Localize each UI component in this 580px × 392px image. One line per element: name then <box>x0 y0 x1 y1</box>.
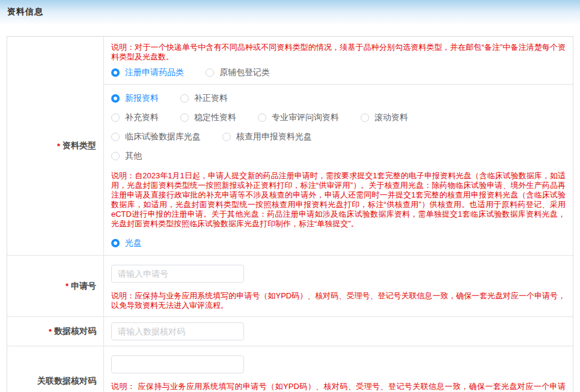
material-category-note: 说明：对于一个快递单号中含有不同品种或不同资料类型的情况，须基于品种分别勾选资料… <box>111 43 566 62</box>
required-asterisk: * <box>57 142 60 151</box>
material-category-section: 说明：对于一个快递单号中含有不同品种或不同资料类型的情况，须基于品种分别勾选资料… <box>104 37 573 85</box>
required-asterisk: * <box>49 327 52 336</box>
radio-supplementary-material[interactable]: 补充资料 <box>111 112 159 123</box>
page-title: 资料信息 <box>7 7 573 17</box>
radio-checked-icon <box>111 239 120 247</box>
data-check-code-input[interactable] <box>111 322 244 340</box>
application-no-note: 说明：应保持与业务应用系统填写的申请号（如YPD码）、核对码、受理号、登记号关联… <box>111 291 566 310</box>
related-data-check-code-label: 关联数据核对码 <box>37 376 96 387</box>
radio-unchecked-icon <box>206 68 214 77</box>
page-header: 资料信息 <box>0 0 580 28</box>
radio-verification-material-disc[interactable]: 核查用申报资料光盘 <box>222 131 312 142</box>
material-type-note: 说明：自2023年1月1日起，申请人提交新的药品注册申请时，需按要求提交1套完整… <box>111 171 566 229</box>
radio-unchecked-icon <box>361 113 369 122</box>
radio-label: 补正资料 <box>194 93 228 104</box>
radio-unchecked-icon <box>180 113 189 122</box>
data-check-code-label-cell: * 数据核对码 <box>7 317 104 346</box>
radio-rolling-material[interactable]: 滚动资料 <box>361 112 408 123</box>
radio-stability-material[interactable]: 稳定性资料 <box>180 112 236 123</box>
row-material-type: * 资料类型 说明：对于一个快递单号中含有不同品种或不同资料类型的情况，须基于品… <box>7 37 573 256</box>
material-type-label-cell: * 资料类型 <box>7 37 104 255</box>
radio-label: 新报资料 <box>125 93 159 104</box>
radio-label: 原辅包登记类 <box>219 67 270 78</box>
radio-registration-drug[interactable]: 注册申请药品类 <box>111 67 184 78</box>
radio-disc[interactable]: 光盘 <box>111 238 142 249</box>
related-data-check-code-input[interactable] <box>111 355 244 373</box>
radio-label: 稳定性资料 <box>194 112 236 123</box>
material-type-radio-line-2: 补充资料 稳定性资料 专业审评问询资料 滚动资料 <box>111 108 566 127</box>
radio-label: 补充资料 <box>125 112 159 123</box>
media-radio-group: 光盘 <box>111 236 566 250</box>
application-no-label: 申请号 <box>71 281 96 292</box>
material-type-radio-line-4: 其他 <box>111 146 566 166</box>
material-type-label: 资料类型 <box>63 140 96 151</box>
radio-label: 注册申请药品类 <box>125 67 184 78</box>
required-asterisk: * <box>66 282 69 291</box>
related-data-check-code-content-cell: 说明： 应保持与业务应用系统填写的申请号（如YPD码）、核对码、受理号、登记号关… <box>104 346 573 392</box>
radio-unchecked-icon <box>111 133 120 141</box>
radio-checked-icon <box>111 68 120 77</box>
radio-checked-icon <box>111 94 120 103</box>
radio-unchecked-icon <box>180 94 189 103</box>
radio-label: 专业审评问询资料 <box>272 112 339 123</box>
material-info-form: * 资料类型 说明：对于一个快递单号中含有不同品种或不同资料类型的情况，须基于品… <box>7 36 573 392</box>
material-type-radio-line-1: 新报资料 补正资料 <box>111 89 566 108</box>
radio-label: 核查用申报资料光盘 <box>236 131 312 142</box>
data-check-code-label: 数据核对码 <box>54 326 96 337</box>
radio-clinical-trial-database-disc[interactable]: 临床试验数据库光盘 <box>111 131 201 142</box>
radio-unchecked-icon <box>222 133 231 141</box>
material-category-radio-group: 注册申请药品类 原辅包登记类 <box>111 65 566 80</box>
application-no-label-cell: * 申请号 <box>7 256 104 316</box>
radio-other[interactable]: 其他 <box>111 151 142 161</box>
radio-correction-material[interactable]: 补正资料 <box>180 93 228 104</box>
radio-unchecked-icon <box>111 113 120 122</box>
material-type-radio-line-3: 临床试验数据库光盘 核查用申报资料光盘 <box>111 127 566 146</box>
application-no-content-cell: 说明：应保持与业务应用系统填写的申请号（如YPD码）、核对码、受理号、登记号关联… <box>104 256 573 316</box>
radio-excipient-registration[interactable]: 原辅包登记类 <box>206 67 270 78</box>
row-data-check-code: * 数据核对码 <box>7 317 573 346</box>
related-data-check-code-note: 说明： 应保持与业务应用系统填写的申请号（如YPD码）、核对码、受理号、登记号关… <box>111 382 566 392</box>
material-type-section: 新报资料 补正资料 补充资料 稳定性资料 <box>104 85 573 255</box>
application-no-input[interactable] <box>111 265 244 283</box>
radio-label: 临床试验数据库光盘 <box>125 131 201 142</box>
row-application-no: * 申请号 说明：应保持与业务应用系统填写的申请号（如YPD码）、核对码、受理号… <box>7 256 573 317</box>
radio-unchecked-icon <box>258 113 266 122</box>
row-related-data-check-code: 关联数据核对码 说明： 应保持与业务应用系统填写的申请号（如YPD码）、核对码、… <box>7 346 573 392</box>
related-data-check-code-label-cell: 关联数据核对码 <box>7 346 104 392</box>
material-type-content-cell: 说明：对于一个快递单号中含有不同品种或不同资料类型的情况，须基于品种分别勾选资料… <box>104 37 573 255</box>
radio-unchecked-icon <box>111 152 120 160</box>
radio-label: 滚动资料 <box>374 112 408 123</box>
radio-review-inquiry-material[interactable]: 专业审评问询资料 <box>258 112 339 123</box>
radio-new-submission[interactable]: 新报资料 <box>111 93 159 104</box>
data-check-code-content-cell <box>104 317 573 346</box>
radio-label: 光盘 <box>125 238 142 249</box>
radio-label: 其他 <box>125 151 142 161</box>
